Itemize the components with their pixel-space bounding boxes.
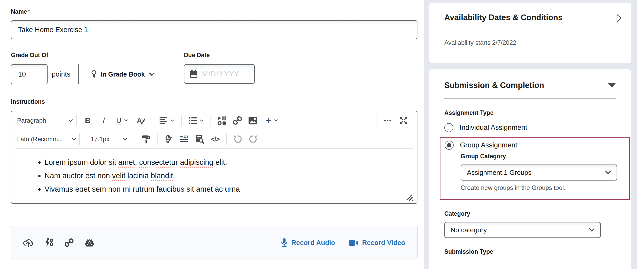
- redo-icon: [249, 135, 258, 144]
- format-painter-icon: [142, 135, 150, 144]
- font-color-button[interactable]: A: [133, 113, 149, 128]
- chevron-down-icon: [589, 228, 595, 232]
- format-painter-button[interactable]: [138, 132, 154, 146]
- more-actions-button[interactable]: •••: [380, 113, 396, 128]
- name-label-text: Name: [11, 8, 27, 15]
- redo-button[interactable]: [245, 132, 261, 146]
- font-size-dropdown[interactable]: 17.1px: [91, 136, 127, 143]
- insert-more-dropdown-button[interactable]: +: [261, 113, 283, 128]
- google-drive-icon: [85, 238, 94, 247]
- editor-content-area[interactable]: Lorem ipsum dolor sit amet, consectetur …: [11, 149, 417, 192]
- italic-icon: I: [102, 116, 104, 125]
- plus-icon: +: [266, 116, 271, 125]
- availability-dates-card: Availability Dates & Conditions Availabi…: [429, 3, 631, 63]
- toolbar-divider: [157, 133, 158, 145]
- underline-dropdown-button[interactable]: U: [111, 113, 133, 128]
- settings-rail: Availability Dates & Conditions Availabi…: [424, 0, 637, 269]
- radio-unselected[interactable]: [444, 123, 453, 132]
- bullet-list-icon: [189, 117, 197, 124]
- radio-dot: [447, 143, 451, 147]
- due-date-field[interactable]: M/D/YYYY: [184, 64, 255, 84]
- italic-button[interactable]: I: [95, 113, 111, 128]
- grade-points-input[interactable]: [11, 64, 48, 84]
- misspelled-word: consectetur: [139, 158, 178, 166]
- ellipsis-icon: •••: [384, 118, 392, 124]
- upload-file-button[interactable]: [23, 238, 33, 247]
- editor-bullet-line: Vivamus eget sem non mi rutrum faucibus …: [44, 182, 417, 192]
- instructions-label: Instructions: [11, 98, 417, 106]
- undo-icon: [233, 135, 242, 144]
- collapsed-arrow-icon[interactable]: [616, 13, 622, 23]
- expanded-arrow-icon[interactable]: [608, 83, 616, 88]
- bold-button[interactable]: B: [80, 113, 95, 128]
- word-count-icon: 123: [180, 135, 189, 143]
- assignment-form-pane: Name* Grade Out Of points In Grade Book …: [0, 0, 424, 269]
- record-audio-button[interactable]: Record Audio: [281, 238, 335, 248]
- name-input[interactable]: [11, 20, 417, 39]
- video-camera-icon: [349, 239, 358, 246]
- grade-medal-icon: [91, 70, 97, 79]
- points-label: points: [52, 70, 70, 78]
- group-category-label: Group Category: [461, 153, 624, 160]
- paragraph-style-dropdown[interactable]: Paragraph: [17, 117, 73, 124]
- text: [178, 158, 180, 166]
- font-family-value: Lato (Recomm...: [17, 136, 63, 143]
- editor-toolbar-row-2: Lato (Recomm... 17.1px 123: [11, 130, 417, 148]
- undo-button[interactable]: [230, 132, 245, 146]
- alignment-dropdown-button[interactable]: [156, 113, 178, 128]
- card-divider: [444, 98, 616, 99]
- radio-selected[interactable]: [445, 141, 454, 150]
- text: lacinia: [125, 171, 151, 180]
- group-category-select[interactable]: Assignment 1 Groups: [461, 165, 617, 181]
- submission-card-title: Submission & Completion: [444, 81, 544, 90]
- chevron-down-icon: [200, 119, 204, 122]
- attach-weblink-button[interactable]: [65, 238, 73, 247]
- group-assignment-radio[interactable]: Group Assignment: [445, 141, 624, 150]
- editor-bullet-line: Nam auctor est non velit lacinia blandit…: [44, 169, 417, 182]
- preview-button[interactable]: [192, 132, 207, 146]
- insert-stuff-icon: [218, 116, 226, 125]
- accessibility-checker-button[interactable]: [161, 132, 176, 146]
- insert-image-button[interactable]: [245, 113, 261, 128]
- word-count-button[interactable]: 123: [176, 132, 192, 146]
- toolbar-divider: [226, 133, 227, 145]
- group-assignment-label: Group Assignment: [460, 141, 517, 149]
- submission-card-header[interactable]: Submission & Completion: [444, 81, 616, 90]
- svg-text:A: A: [137, 117, 142, 124]
- category-select[interactable]: No category: [444, 222, 601, 238]
- grade-due-row: Grade Out Of points In Grade Book Due Da…: [11, 51, 417, 85]
- individual-assignment-radio[interactable]: Individual Assignment: [444, 123, 616, 132]
- attach-existing-activity-button[interactable]: [44, 238, 53, 247]
- insert-link-button[interactable]: [230, 113, 245, 128]
- text: Lorem ipsum dolor sit: [44, 158, 118, 166]
- chevron-down-icon: [72, 138, 76, 141]
- due-date-label: Due Date: [184, 51, 255, 59]
- group-category-help: Create new groups in the Groups tool.: [461, 184, 624, 191]
- in-grade-book-dropdown[interactable]: In Grade Book: [91, 70, 155, 79]
- chevron-down-icon: [170, 119, 174, 122]
- text: Vivamus eget sem non mi rutrum faucibus …: [44, 185, 240, 192]
- font-size-value: 17.1px: [91, 136, 109, 143]
- record-audio-label: Record Audio: [291, 239, 335, 247]
- category-label: Category: [444, 210, 616, 217]
- insert-stuff-button[interactable]: [214, 113, 230, 128]
- fullscreen-button[interactable]: [396, 113, 411, 128]
- misspelled-word: amet: [118, 158, 135, 166]
- misspelled-word: velit: [112, 171, 125, 180]
- record-video-button[interactable]: Record Video: [349, 239, 405, 247]
- submission-type-label: Submission Type: [444, 248, 616, 255]
- group-assignment-highlight-box: Group Assignment Group Category Assignme…: [440, 137, 630, 200]
- misspelled-word: blandit: [151, 171, 173, 180]
- font-family-dropdown[interactable]: Lato (Recomm...: [17, 136, 76, 143]
- list-dropdown-button[interactable]: [185, 113, 207, 128]
- resize-handle[interactable]: [405, 193, 414, 202]
- due-date-placeholder: M/D/YYYY: [202, 70, 239, 78]
- record-video-label: Record Video: [362, 239, 405, 247]
- google-drive-button[interactable]: [85, 238, 94, 247]
- chevron-down-icon: [69, 119, 73, 122]
- text: elit.: [213, 158, 227, 166]
- source-code-button[interactable]: </>: [207, 132, 223, 146]
- availability-card-header[interactable]: Availability Dates & Conditions: [444, 13, 622, 23]
- microphone-icon: [281, 238, 288, 248]
- attachments-bar: Record Audio Record Video: [11, 226, 418, 259]
